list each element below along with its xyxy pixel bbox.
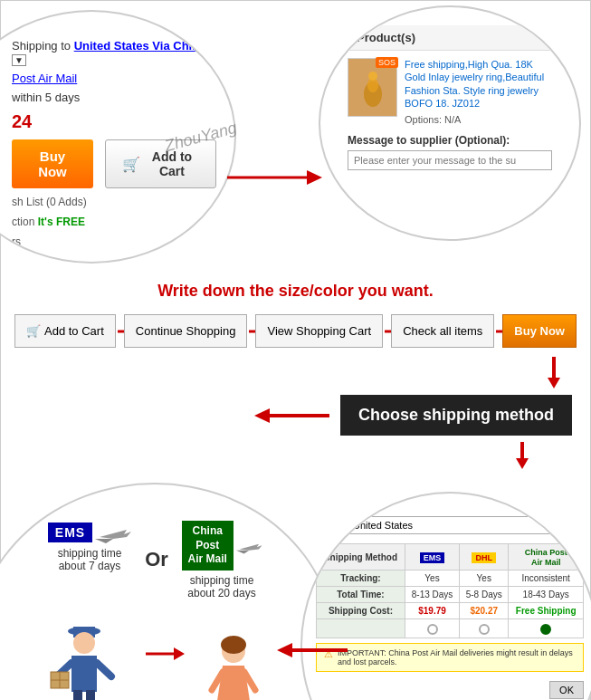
svg-point-39 (221, 636, 246, 654)
table-row-radio (317, 619, 584, 638)
bottom-left-arrow (277, 637, 349, 664)
china-post-plane-icon (236, 534, 262, 557)
time-china-post: 18-43 Days (509, 587, 584, 603)
svg-rect-26 (71, 656, 97, 692)
message-label: Message to supplier (Optional): (348, 134, 552, 147)
delivery-person-icon (46, 609, 123, 700)
svg-marker-19 (100, 530, 131, 539)
radio-ems-input[interactable] (427, 624, 438, 635)
buy-now-button[interactable]: Buy Now (12, 139, 93, 188)
svg-marker-22 (236, 551, 249, 554)
step-view-cart-label: View Shopping Cart (267, 324, 371, 338)
add-to-cart-label: Add to Cart (145, 149, 199, 178)
svg-marker-48 (277, 643, 292, 657)
step-check-items[interactable]: Check all items (391, 314, 494, 348)
add-to-cart-top-button[interactable]: 🛒 Add to Cart (105, 139, 216, 188)
radio-ems[interactable] (405, 619, 459, 638)
china-post-logo: China PostAir Mail (182, 521, 234, 571)
protection: ction It's FREE (12, 216, 216, 228)
cost-dhl: $20.27 (460, 603, 509, 619)
ems-logo: EMS (48, 523, 92, 542)
product-title: Free shipping,High Qua. 18K Gold Inlay j… (405, 58, 552, 110)
svg-rect-33 (86, 690, 95, 700)
china-post-time: shipping time about 20 days (182, 574, 262, 599)
write-down-text: Write down the size/color you want. (157, 282, 434, 300)
delivery-time: within 5 days (12, 91, 216, 104)
circle-bottom-right: United States Shipping Method EMS DHL (300, 492, 591, 700)
arrow-1 (116, 321, 124, 342)
ems-time: shipping time about 7 days (48, 547, 131, 572)
table-row: Tracking: Yes Yes Inconsistent (317, 571, 584, 587)
product-details: Free shipping,High Qua. 18K Gold Inlay j… (405, 58, 552, 125)
circle-right: Product(s) SOS Free shipping,High Qua. 1… (319, 5, 581, 241)
step-buy-now[interactable]: Buy Now (502, 314, 577, 348)
step-view-cart[interactable]: View Shopping Cart (255, 314, 383, 348)
jewelry-icon (359, 67, 386, 108)
country-dropdown[interactable]: United States (348, 516, 575, 534)
post-air-mail-line: Post Air Mail (12, 72, 216, 85)
svg-point-2 (368, 72, 377, 81)
choose-shipping-box: Choose shipping method (340, 395, 572, 436)
important-note-text: IMPORTANT: China Post Air Mail deliverie… (338, 648, 576, 666)
tracking-label: Tracking: (317, 571, 405, 587)
cost-china-post: Free Shipping (509, 603, 584, 619)
message-input[interactable] (348, 150, 552, 170)
cart-icon-step: 🛒 (26, 324, 41, 338)
radio-dhl[interactable] (460, 619, 509, 638)
cart-icon: 🛒 (122, 156, 140, 173)
arrow-3 (383, 321, 391, 342)
free-text: It's FREE (38, 216, 85, 228)
price: 24 (12, 111, 216, 132)
radio-china-post-input[interactable] (540, 624, 551, 635)
message-section: Message to supplier (Optional): (348, 134, 552, 170)
circle-left: Shipping to United States Via China ▼ Po… (0, 10, 236, 264)
shipping-to-label: Shipping to (12, 39, 74, 53)
radio-dhl-input[interactable] (479, 624, 490, 635)
step-continue-label: Continue Shopping (136, 324, 236, 338)
step-check-label: Check all items (403, 324, 482, 338)
product-options: Options: N/A (405, 114, 552, 125)
table-row: Shipping Cost: $19.79 $20.27 Free Shippi… (317, 603, 584, 619)
country-select-area: United States (316, 516, 584, 534)
product-image: SOS (348, 58, 397, 117)
total-time-label: Total Time: (317, 587, 405, 603)
bottom-section: EMS shipping time about 7 days Or Chi (1, 474, 590, 700)
left-arrow-shipping (254, 402, 331, 429)
time-dhl: 5-8 Days (460, 587, 509, 603)
svg-marker-14 (548, 378, 560, 388)
svg-marker-18 (516, 458, 529, 469)
step-add-to-cart[interactable]: 🛒 Add to Cart (14, 314, 116, 348)
shipping-options-row: EMS shipping time about 7 days Or Chi (21, 521, 289, 599)
top-connector-arrow (227, 164, 327, 191)
svg-marker-20 (95, 539, 113, 543)
radio-china-post[interactable] (509, 619, 584, 638)
shipping-to-line: Shipping to United States Via China ▼ (12, 39, 216, 66)
wish-list: sh List (0 Adds) (12, 196, 216, 208)
shipping-link[interactable]: United States Via China (74, 39, 206, 53)
col-dhl: DHL (460, 544, 509, 571)
step-continue-shopping[interactable]: Continue Shopping (124, 314, 248, 348)
ems-option: EMS shipping time about 7 days (48, 521, 131, 599)
ok-button[interactable]: OK (549, 681, 584, 699)
svg-marker-4 (307, 170, 322, 185)
choose-shipping-section: Choose shipping method (1, 390, 590, 440)
shipping-table: Shipping Method EMS DHL China PostAir Ma… (316, 543, 584, 638)
us-flag-icon (325, 520, 343, 532)
or-label: Or (145, 548, 168, 571)
arrow-4 (494, 321, 502, 342)
down-arrow-2 (513, 442, 531, 469)
col-ems: EMS (405, 544, 459, 571)
post-air-mail-link[interactable]: Post Air Mail (12, 72, 77, 85)
svg-marker-16 (254, 408, 270, 423)
products-header: Product(s) (348, 25, 552, 51)
tracking-dhl: Yes (460, 571, 509, 587)
dropdown-icon[interactable]: ▼ (12, 54, 26, 66)
svg-point-25 (73, 632, 95, 654)
ems-tag: EMS (420, 552, 445, 563)
recipient-person-icon (205, 631, 263, 700)
cost-ems: $19.79 (405, 603, 459, 619)
svg-marker-37 (174, 647, 185, 660)
tracking-ems: Yes (405, 571, 459, 587)
step-buy-now-label: Buy Now (514, 324, 565, 338)
dhl-tag: DHL (472, 552, 496, 563)
